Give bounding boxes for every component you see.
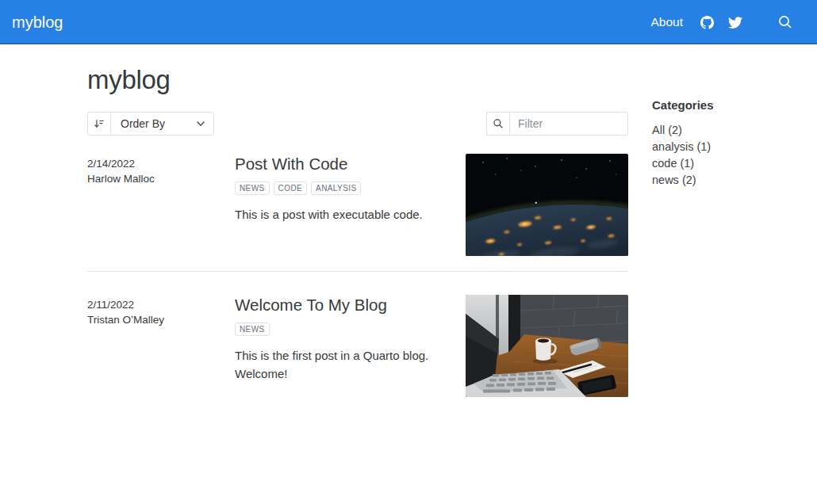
post-metadata: 2/14/2022 Harlow Malloc bbox=[87, 154, 222, 256]
main-column: myblog Order By bbox=[87, 44, 628, 413]
category-news[interactable]: news (2) bbox=[652, 172, 800, 189]
order-by-label: Order By bbox=[121, 117, 165, 130]
post-listing: 2/14/2022 Harlow Malloc Post With Code N… bbox=[87, 137, 628, 413]
post-metadata: 2/11/2022 Tristan O’Malley bbox=[87, 295, 222, 397]
order-by-select[interactable]: Order By bbox=[110, 112, 214, 136]
category-code[interactable]: code (1) bbox=[652, 155, 800, 172]
filter-input[interactable] bbox=[509, 112, 628, 136]
post-description: This is the first post in a Quarto blog.… bbox=[235, 346, 453, 384]
navbar-right: About bbox=[650, 14, 804, 30]
post-tags: NEWS CODE ANALYSIS bbox=[235, 181, 453, 196]
post-body: Welcome To My Blog NEWS This is the firs… bbox=[235, 295, 453, 397]
github-icon[interactable] bbox=[700, 16, 714, 29]
category-all[interactable]: All (2) bbox=[652, 122, 800, 139]
navbar-brand[interactable]: myblog bbox=[12, 13, 63, 32]
post-row-1: 2/14/2022 Harlow Malloc Post With Code N… bbox=[87, 137, 628, 272]
tag-code[interactable]: CODE bbox=[274, 181, 308, 196]
post-thumbnail-desk[interactable] bbox=[466, 295, 628, 397]
post-title-link[interactable]: Welcome To My Blog bbox=[235, 295, 453, 315]
order-by-group: Order By bbox=[87, 112, 214, 136]
navbar: myblog About bbox=[0, 0, 817, 44]
post-date: 2/14/2022 bbox=[87, 156, 222, 171]
tag-analysis[interactable]: ANALYSIS bbox=[311, 181, 361, 196]
search-icon[interactable] bbox=[777, 14, 793, 30]
post-body: Post With Code NEWS CODE ANALYSIS This i… bbox=[235, 154, 453, 256]
page-title: myblog bbox=[87, 65, 628, 95]
categories-heading: Categories bbox=[652, 98, 800, 112]
filter-search-icon bbox=[486, 112, 509, 136]
listing-toolbar: Order By bbox=[87, 112, 628, 136]
post-row-2: 2/11/2022 Tristan O’Malley Welcome To My… bbox=[87, 272, 628, 413]
post-title-link[interactable]: Post With Code bbox=[235, 154, 453, 174]
category-analysis[interactable]: analysis (1) bbox=[652, 139, 800, 155]
post-tags: NEWS bbox=[235, 323, 453, 337]
twitter-icon[interactable] bbox=[728, 15, 742, 29]
tag-news[interactable]: NEWS bbox=[235, 323, 270, 337]
categories-sidebar: Categories All (2) analysis (1) code (1)… bbox=[652, 44, 800, 413]
post-thumbnail-earth[interactable] bbox=[466, 154, 628, 256]
post-author: Harlow Malloc bbox=[87, 171, 222, 186]
filter-group bbox=[486, 112, 628, 136]
nav-link-about[interactable]: About bbox=[650, 15, 683, 29]
chevron-down-icon bbox=[196, 119, 205, 128]
post-date: 2/11/2022 bbox=[87, 297, 222, 312]
content-layout: myblog Order By bbox=[0, 44, 817, 413]
post-author: Tristan O’Malley bbox=[87, 312, 222, 327]
tag-news[interactable]: NEWS bbox=[235, 181, 270, 196]
post-description: This is a post with executable code. bbox=[235, 205, 453, 223]
sort-icon bbox=[87, 112, 110, 136]
